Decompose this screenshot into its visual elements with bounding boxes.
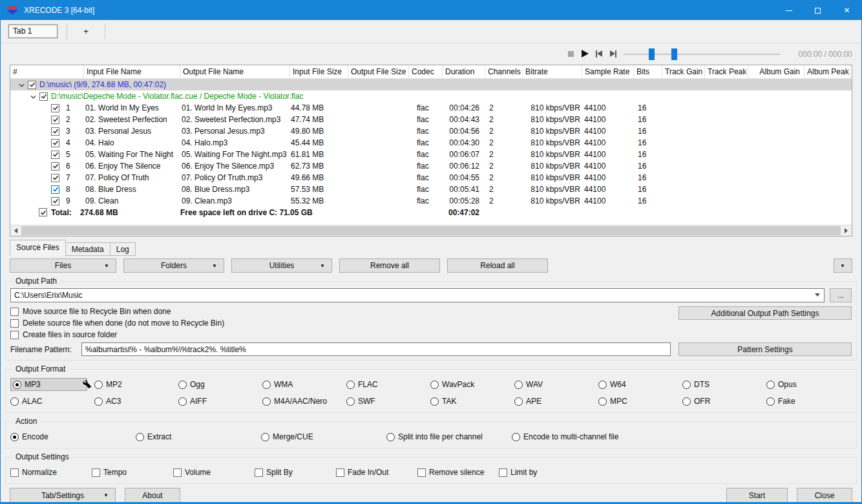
- volume-slider-thumb[interactable]: [649, 48, 655, 60]
- option-checkbox[interactable]: [10, 308, 19, 316]
- format-option-swf[interactable]: SWF: [346, 397, 430, 406]
- track-checkbox[interactable]: [51, 151, 59, 159]
- track-checkbox[interactable]: [51, 116, 59, 124]
- column-header[interactable]: Bits: [634, 65, 662, 78]
- panel-tab-log[interactable]: Log: [110, 242, 136, 256]
- overflow-dropdown-button[interactable]: ▼: [834, 258, 852, 273]
- about-button[interactable]: About: [125, 488, 180, 503]
- radio-icon[interactable]: [262, 397, 271, 406]
- radio-icon[interactable]: [386, 433, 395, 441]
- setting-checkbox[interactable]: [417, 468, 426, 477]
- group-checkbox[interactable]: [28, 81, 36, 89]
- format-option-wma[interactable]: WMA: [262, 380, 346, 389]
- utilities-dropdown-button[interactable]: Utilities▼: [231, 258, 332, 273]
- total-checkbox[interactable]: [39, 208, 47, 216]
- radio-icon[interactable]: [598, 381, 607, 389]
- format-mp3-selector[interactable]: MP3: [10, 378, 87, 391]
- radio-icon[interactable]: [178, 397, 187, 406]
- setting-checkbox[interactable]: [255, 468, 263, 477]
- radio-icon[interactable]: [514, 397, 523, 406]
- action-option-split-into-file-per-channel[interactable]: Split into file per channel: [386, 432, 512, 441]
- radio-icon[interactable]: [682, 397, 691, 406]
- radio-icon[interactable]: [682, 381, 691, 389]
- action-option-extract[interactable]: Extract: [136, 432, 261, 441]
- format-option-flac[interactable]: FLAC: [346, 380, 430, 389]
- browse-button[interactable]: ...: [830, 288, 852, 302]
- panel-tab-source-files[interactable]: Source Files: [10, 240, 66, 256]
- setting-split-by[interactable]: Split By: [255, 468, 336, 477]
- option-checkbox[interactable]: [10, 331, 19, 339]
- setting-checkbox[interactable]: [499, 468, 507, 477]
- format-option-ape[interactable]: APE: [514, 397, 598, 406]
- track-checkbox[interactable]: [51, 139, 59, 147]
- radio-icon[interactable]: [766, 381, 775, 389]
- column-header[interactable]: Track Peak: [705, 65, 748, 78]
- output-path-combobox[interactable]: C:\Users\Erix\Music: [10, 288, 825, 302]
- format-option-ac3[interactable]: AC3: [94, 397, 178, 406]
- radio-icon[interactable]: [766, 397, 775, 406]
- scroll-right-arrow[interactable]: [841, 226, 852, 236]
- wrench-icon[interactable]: [82, 380, 92, 390]
- chevron-down-icon[interactable]: [815, 293, 820, 297]
- track-checkbox[interactable]: [51, 104, 59, 112]
- format-option-m4a-aac-nero[interactable]: M4A/AAC/Nero: [262, 397, 346, 406]
- track-checkbox[interactable]: [51, 185, 59, 194]
- minimize-button[interactable]: [774, 1, 803, 20]
- format-option-wavpack[interactable]: WavPack: [430, 380, 514, 389]
- radio-selected-icon[interactable]: [13, 381, 21, 389]
- radio-icon[interactable]: [598, 397, 607, 406]
- format-option-tak[interactable]: TAK: [430, 397, 514, 406]
- format-option-mp2[interactable]: MP2: [94, 380, 178, 389]
- setting-volume[interactable]: Volume: [173, 468, 255, 477]
- column-header[interactable]: Duration: [443, 65, 485, 78]
- radio-icon[interactable]: [430, 397, 439, 406]
- setting-checkbox[interactable]: [92, 468, 100, 477]
- format-option-opus[interactable]: Opus: [766, 380, 850, 389]
- format-option-wav[interactable]: WAV: [514, 380, 598, 389]
- column-header[interactable]: Output File Name: [180, 65, 290, 78]
- tab-1[interactable]: Tab 1: [8, 25, 58, 38]
- format-option-mpc[interactable]: MPC: [598, 397, 682, 406]
- action-option-encode[interactable]: Encode: [10, 432, 136, 441]
- radio-icon[interactable]: [261, 433, 269, 441]
- radio-icon[interactable]: [136, 433, 144, 441]
- column-header[interactable]: Codec: [409, 65, 443, 78]
- files-dropdown-button[interactable]: Files▼: [10, 258, 116, 273]
- remove-all-button[interactable]: Remove all: [339, 258, 440, 273]
- radio-icon[interactable]: [94, 381, 103, 389]
- track-checkbox[interactable]: [51, 162, 59, 171]
- filename-pattern-input[interactable]: %albumartist% - %album%\%track2%. %title…: [81, 342, 671, 356]
- setting-fade-in-out[interactable]: Fade In/Out: [336, 468, 417, 477]
- format-option-w64[interactable]: W64: [598, 380, 682, 389]
- radio-icon[interactable]: [262, 381, 271, 389]
- column-header[interactable]: Sample Rate: [582, 65, 634, 78]
- setting-remove-silence[interactable]: Remove silence: [417, 468, 499, 477]
- track-row[interactable]: 303. Personal Jesus03. Personal Jesus.mp…: [10, 125, 852, 137]
- tab-settings-dropdown-button[interactable]: Tab/Settings▼: [10, 488, 116, 503]
- format-option-alac[interactable]: ALAC: [10, 397, 94, 406]
- previous-track-button[interactable]: [594, 49, 604, 58]
- title-bar[interactable]: XRECODE 3 [64-bit] ✕: [1, 1, 861, 20]
- setting-limit-by[interactable]: Limit by: [499, 468, 580, 477]
- setting-normalize[interactable]: Normalize: [10, 468, 92, 477]
- seek-slider[interactable]: [669, 48, 780, 61]
- additional-output-path-settings-button[interactable]: Additional Output Path Settings: [678, 306, 852, 320]
- start-button[interactable]: Start: [726, 488, 788, 503]
- format-option-fake[interactable]: Fake: [766, 397, 850, 406]
- column-header[interactable]: Bitrate: [523, 65, 582, 78]
- album-group-row[interactable]: D:\music\Depeche Mode - Violator.flac.cu…: [10, 90, 852, 102]
- format-option-mp3[interactable]: MP3: [10, 378, 94, 391]
- track-row[interactable]: 909. Clean09. Clean.mp355.32 MBflac00:05…: [10, 195, 852, 207]
- next-track-button[interactable]: [608, 49, 618, 58]
- setting-checkbox[interactable]: [173, 468, 182, 477]
- close-window-button[interactable]: ✕: [832, 1, 861, 20]
- track-row[interactable]: 808. Blue Dress08. Blue Dress.mp357.53 M…: [10, 184, 852, 195]
- track-row[interactable]: 202. Sweetest Perfection02. Sweetest Per…: [10, 114, 852, 125]
- radio-icon[interactable]: [178, 381, 187, 389]
- track-row[interactable]: 404. Halo04. Halo.mp345.44 MBflac00:04:3…: [10, 137, 852, 149]
- track-row[interactable]: 101. World In My Eyes01. World In My Eye…: [10, 102, 852, 114]
- play-button[interactable]: [580, 49, 590, 58]
- new-tab-button[interactable]: +: [76, 26, 96, 36]
- group-checkbox[interactable]: [39, 92, 48, 101]
- folders-dropdown-button[interactable]: Folders▼: [123, 258, 224, 273]
